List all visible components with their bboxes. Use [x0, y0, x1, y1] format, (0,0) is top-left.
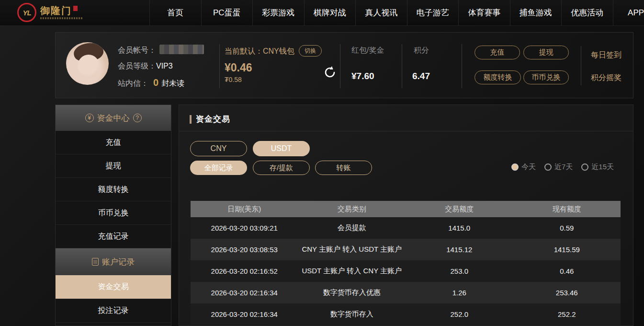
points-lottery-link[interactable]: 积分摇奖: [591, 73, 621, 83]
account-label: 会员帐号：: [118, 46, 156, 54]
funds-center-icon: ¥: [85, 114, 94, 122]
cell-balance: 0.46: [513, 260, 621, 282]
cell-amount: 1415.12: [406, 239, 513, 260]
inbox-row[interactable]: 站内信：0封未读: [118, 77, 184, 89]
title-marker: [190, 115, 192, 124]
table-row: 2026-03-20 02:16:34 数字货币存入优惠 1.26 253.46: [191, 282, 621, 303]
sidebar-item-quota-transfer[interactable]: 额度转换: [56, 178, 171, 201]
table-row: 2026-03-20 02:16:34 数字货币存入 252.0 252.2: [191, 303, 621, 325]
divider: [340, 44, 340, 88]
points-label: 积分: [414, 46, 429, 56]
wallet-usdt-amount: ₮0.58: [225, 76, 242, 83]
account-number-redacted: [159, 45, 204, 54]
nav-item-lottery[interactable]: 彩票游戏: [252, 0, 304, 25]
coin-exchange-button[interactable]: 币币兑换: [523, 70, 569, 84]
level-value: VIP3: [156, 62, 173, 70]
table-row: 2026-03-20 03:08:53 CNY 主账户 转入 USDT 主账户 …: [191, 239, 621, 260]
cell-balance: 0.59: [513, 217, 621, 239]
avatar[interactable]: [66, 42, 109, 85]
col-balance: 现有额度: [513, 201, 621, 217]
radio-last-15-days[interactable]: 近15天: [581, 163, 614, 172]
divider: [179, 131, 633, 131]
sidebar-item-withdraw[interactable]: 提现: [56, 154, 171, 178]
sidebar-item-fund-transactions[interactable]: 资金交易: [56, 275, 171, 299]
radio-last-7-days[interactable]: 近7天: [544, 163, 573, 172]
nav-item-promotions[interactable]: 优惠活动: [561, 0, 613, 25]
bonus-label: 红包/奖金: [351, 46, 384, 56]
nav-item-boardgames[interactable]: 棋牌对战: [304, 0, 356, 25]
logo-seal-icon: [73, 6, 78, 11]
cell-date: 2026-03-20 02:16:52: [191, 260, 298, 282]
tab-usdt[interactable]: USDT: [253, 141, 310, 156]
sidebar-item-coin-exchange[interactable]: 币币兑换: [56, 201, 171, 225]
sidebar-item-deposit[interactable]: 充值: [56, 131, 171, 154]
sidebar-item-bet-records[interactable]: 投注记录: [56, 299, 171, 323]
cell-date: 2026-03-20 03:09:21: [191, 217, 298, 239]
page-title: 资金交易: [196, 114, 230, 125]
filter-deposit-withdraw[interactable]: 存/提款: [253, 161, 310, 175]
nav-item-app[interactable]: APPT: [613, 0, 644, 25]
site-logo[interactable]: YL 御隆门: [17, 3, 82, 22]
account-records-icon: [92, 258, 99, 266]
tab-cny[interactable]: CNY: [190, 141, 247, 156]
radio-today[interactable]: 今天: [511, 163, 536, 172]
cell-type: 数字货币存入优惠: [298, 282, 406, 303]
logo-tagline: [40, 17, 82, 19]
divider: [581, 46, 581, 85]
sidebar-section-account-records: 账户记录: [56, 248, 171, 275]
table-row: 2026-03-20 02:16:52 USDT 主账户 转入 CNY 主账户 …: [191, 260, 621, 282]
logo-monogram: YL: [23, 9, 31, 17]
col-date: 日期(美东): [191, 201, 298, 217]
main-content-panel: 资金交易 CNY USDT 全部记录 存/提款 转账 今天 近7天 近15天 日…: [179, 105, 633, 326]
cell-balance: 1415.59: [513, 239, 621, 260]
sidebar-item-deposit-records[interactable]: 充值记录: [56, 225, 171, 248]
nav-item-home[interactable]: 首页: [149, 0, 201, 25]
table-header-row: 日期(美东) 交易类别 交易额度 现有额度: [191, 201, 621, 217]
bonus-value: ¥7.60: [351, 71, 374, 82]
level-label: 会员等级：: [118, 62, 156, 70]
divider: [462, 44, 462, 88]
radio-label: 今天: [521, 163, 536, 172]
daily-signin-link[interactable]: 每日签到: [591, 50, 621, 60]
inbox-suffix: 封未读: [161, 79, 184, 87]
radio-label: 近7天: [554, 163, 573, 172]
wallet-cny-amount: ¥0.46: [225, 61, 252, 74]
cell-amount: 253.0: [406, 260, 513, 282]
nav-item-livecasino[interactable]: 真人视讯: [355, 0, 407, 25]
help-icon[interactable]: ?: [133, 114, 142, 122]
wallet-default-label: 当前默认：CNY钱包: [225, 47, 294, 57]
top-nav: YL 御隆门 首页 PC蛋蛋 彩票游戏 棋牌对战 真人视讯 电子游艺 体育赛事 …: [0, 0, 644, 26]
radio-dot-selected: [511, 163, 519, 171]
sidebar-section-funds-center: ¥ 资金中心 ?: [56, 105, 171, 131]
points-value: 6.47: [412, 71, 430, 82]
nav-item-pcdandan[interactable]: PC蛋蛋: [201, 0, 253, 25]
logo-title: 御隆门: [40, 6, 72, 15]
logo-dragon-icon: YL: [17, 3, 36, 22]
filter-transfer[interactable]: 转账: [315, 161, 372, 175]
radio-label: 近15天: [591, 163, 614, 172]
page-title-bar: 资金交易: [190, 114, 230, 125]
cell-date: 2026-03-20 02:16:34: [191, 303, 298, 325]
cell-balance: 252.2: [513, 303, 621, 325]
level-row: 会员等级：VIP3: [118, 61, 173, 71]
cell-type: 数字货币存入: [298, 303, 406, 325]
wallet-switch-button[interactable]: 切换: [299, 45, 322, 57]
cell-date: 2026-03-20 03:08:53: [191, 239, 298, 260]
deposit-button[interactable]: 充值: [475, 46, 520, 59]
cell-type: USDT 主账户 转入 CNY 主账户: [298, 260, 406, 282]
cell-amount: 1.26: [406, 282, 513, 303]
quota-transfer-button[interactable]: 额度转换: [475, 70, 521, 84]
nav-item-sports[interactable]: 体育赛事: [458, 0, 510, 25]
nav-item-fishing[interactable]: 捕鱼游戏: [510, 0, 562, 25]
table-row: 2026-03-20 03:09:21 会员提款 1415.0 0.59: [191, 217, 621, 239]
cell-amount: 252.0: [406, 303, 513, 325]
cell-date: 2026-03-20 02:16:34: [191, 282, 298, 303]
sidebar-section-title: 资金中心: [97, 113, 130, 124]
withdraw-button[interactable]: 提现: [523, 46, 569, 59]
refresh-icon[interactable]: [323, 65, 337, 80]
transactions-table: 日期(美东) 交易类别 交易额度 现有额度 2026-03-20 03:09:2…: [191, 201, 621, 325]
nav-item-slots[interactable]: 电子游艺: [407, 0, 459, 25]
filter-all-records[interactable]: 全部记录: [190, 161, 247, 175]
cell-type: 会员提款: [298, 217, 406, 239]
user-info-panel: 会员帐号： 会员等级：VIP3 站内信：0封未读 当前默认：CNY钱包 切换 ¥…: [55, 32, 633, 98]
